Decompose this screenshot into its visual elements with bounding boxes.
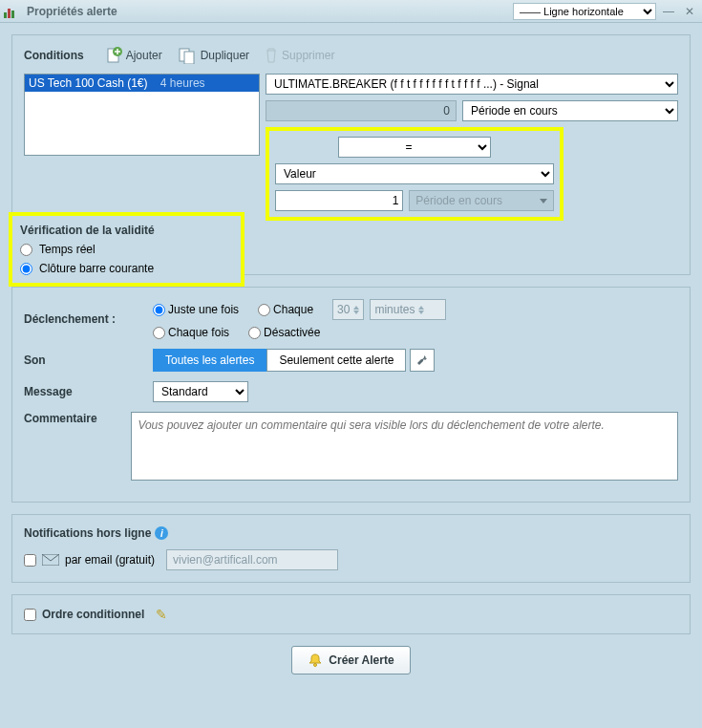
compare-select[interactable]: Valeur: [275, 163, 554, 184]
info-icon[interactable]: i: [155, 526, 168, 540]
edit-pencil-icon[interactable]: ✎: [156, 607, 167, 622]
conditions-toolbar: Conditions Ajouter Dupliquer Supprimer: [24, 47, 678, 64]
add-page-icon: [105, 47, 122, 64]
trigger-disabled-radio[interactable]: [248, 327, 261, 339]
create-alert-button[interactable]: Créer Alerte: [291, 646, 410, 674]
sound-only-button[interactable]: Seulement cette alerte: [266, 349, 406, 372]
highlight-operator-section: = Valeur Période en cours: [266, 127, 564, 221]
offset1-field: 0: [266, 100, 457, 121]
add-button[interactable]: Ajouter: [105, 47, 162, 64]
trigger-label: Déclenchement :: [24, 312, 153, 326]
operator-select[interactable]: =: [338, 137, 491, 158]
conditional-panel: Ordre conditionnel ✎: [11, 594, 691, 634]
indicator-select[interactable]: ULTIMATE.BREAKER (f f t f f f f f f t f …: [266, 74, 678, 95]
period2-select-disabled: Période en cours: [409, 190, 554, 211]
conditional-label: Ordre conditionnel: [42, 608, 144, 621]
close-button[interactable]: ✕: [681, 3, 698, 20]
email-checkbox[interactable]: [24, 554, 36, 567]
trash-icon: [265, 48, 278, 63]
trigger-once-radio[interactable]: [153, 304, 165, 316]
conditional-checkbox[interactable]: [24, 609, 36, 621]
wrench-icon: [415, 353, 429, 367]
instrument-item[interactable]: US Tech 100 Cash (1€) 4 heures: [25, 75, 259, 92]
barclose-radio[interactable]: [20, 263, 32, 275]
svg-rect-3: [184, 52, 194, 64]
realtime-label: Temps réel: [39, 243, 96, 256]
trigger-everytime-radio[interactable]: [153, 327, 165, 339]
validity-heading: Vérification de la validité: [20, 224, 233, 237]
window-title: Propriétés alerte: [27, 5, 513, 18]
comment-textarea[interactable]: [131, 412, 678, 481]
sound-label: Son: [24, 353, 153, 367]
conditions-panel: Conditions Ajouter Dupliquer Supprimer U…: [11, 34, 691, 275]
period1-select[interactable]: Période en cours: [462, 100, 678, 121]
instrument-list[interactable]: US Tech 100 Cash (1€) 4 heures: [24, 74, 260, 156]
delete-button: Supprimer: [265, 48, 334, 63]
sound-all-button[interactable]: Toutes les alertes: [153, 349, 266, 372]
barclose-label: Clôture barre courante: [39, 262, 154, 275]
app-logo-icon: [4, 5, 21, 18]
email-label: par email (gratuit): [65, 553, 155, 567]
trigger-each-unit: minutes: [370, 299, 446, 320]
comment-label: Commentaire: [24, 412, 131, 425]
trigger-each-radio[interactable]: [258, 304, 270, 316]
message-label: Message: [24, 385, 153, 398]
bell-icon: [308, 653, 323, 668]
svg-point-5: [314, 664, 317, 667]
notifications-panel: Notifications hors ligne i par email (gr…: [11, 514, 691, 583]
notifications-heading: Notifications hors ligne: [24, 526, 151, 540]
realtime-radio[interactable]: [20, 244, 32, 256]
duplicate-button[interactable]: Dupliquer: [178, 47, 249, 64]
line-type-select[interactable]: —— Ligne horizontale: [513, 3, 656, 20]
trigger-each-value: 30: [332, 299, 364, 320]
email-field: [166, 549, 338, 570]
settings-panel: Déclenchement : Juste une fois Chaque 30…: [11, 287, 691, 503]
email-icon: [42, 554, 59, 566]
highlight-validity-section: Vérification de la validité Temps réel C…: [9, 212, 245, 287]
sound-settings-button[interactable]: [410, 349, 435, 372]
conditions-heading: Conditions: [24, 49, 84, 62]
value2-input[interactable]: [275, 190, 403, 211]
duplicate-icon: [178, 47, 197, 64]
titlebar: Propriétés alerte —— Ligne horizontale —…: [0, 0, 702, 23]
message-select[interactable]: Standard: [153, 381, 248, 402]
minimize-button[interactable]: —: [660, 3, 677, 20]
